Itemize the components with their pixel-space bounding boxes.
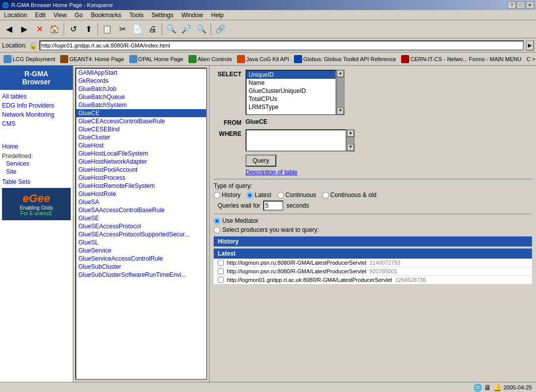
menu-settings[interactable]: Settings: [150, 11, 175, 20]
select-option[interactable]: LRMSType: [247, 103, 335, 111]
table-list-item[interactable]: GlueSEAccessProtocol: [76, 222, 206, 230]
table-list-item[interactable]: GlueCESEBind: [76, 125, 206, 133]
wait-input[interactable]: [263, 201, 283, 211]
zoom-out-button[interactable]: 🔎: [179, 22, 193, 36]
latest-item-checkbox[interactable]: [218, 268, 224, 274]
home-button[interactable]: 🏠: [47, 22, 62, 36]
mediator-radio-2[interactable]: Select producers you want to query:: [214, 226, 532, 233]
table-list-item[interactable]: GlueHostRemoteFileSystem: [76, 182, 206, 190]
radio-continuous-input[interactable]: [277, 192, 284, 199]
bookmark-java[interactable]: Java CoG Kit API: [235, 55, 290, 64]
select-option[interactable]: UniqueID: [247, 71, 335, 79]
table-list-item[interactable]: GlueHost: [76, 141, 206, 150]
radio-history-input[interactable]: [214, 192, 220, 199]
table-list-item[interactable]: GlueBatchJob: [76, 85, 206, 93]
stop-button[interactable]: ✕: [32, 22, 46, 36]
select-option[interactable]: GlueClusterUniqueID: [247, 87, 335, 95]
scroll-up-button[interactable]: ▲: [337, 70, 344, 77]
menu-edit[interactable]: Edit: [33, 11, 47, 20]
table-list-item[interactable]: GlueBatchQueue: [76, 93, 206, 101]
table-list-item[interactable]: GlueSubCluster: [76, 263, 206, 271]
where-input[interactable]: [246, 129, 347, 152]
sidebar-link-network[interactable]: Network Monitoring: [2, 110, 71, 119]
table-list-item[interactable]: GlueBatchSystem: [76, 101, 206, 109]
radio-continuous-old-input[interactable]: [322, 192, 329, 199]
sidebar-link-cms[interactable]: CMS: [2, 119, 71, 128]
table-list-item[interactable]: GkRecords: [76, 77, 206, 85]
bookmark-more[interactable]: C >: [525, 56, 536, 63]
table-list-item[interactable]: GlueSAAccessControlBaseRule: [76, 206, 206, 214]
menu-tools[interactable]: Tools: [127, 11, 145, 20]
mediator-radio-use-input[interactable]: [214, 218, 220, 224]
forward-button[interactable]: ▶: [17, 22, 31, 36]
table-list-item[interactable]: GlueSEAccessProtocolSupportedSecur...: [76, 230, 206, 238]
table-list-item[interactable]: GlueHostPoolAccount: [76, 166, 206, 174]
link-button[interactable]: 🔗: [213, 22, 227, 36]
menu-window[interactable]: Window: [179, 11, 205, 20]
scroll-down-button[interactable]: ▼: [337, 108, 344, 115]
select-option[interactable]: TotalCPUs: [247, 95, 335, 103]
select-option[interactable]: Name: [247, 79, 335, 87]
menu-location[interactable]: Location: [2, 11, 29, 20]
latest-item-checkbox[interactable]: [218, 277, 224, 283]
bookmark-lcg[interactable]: LCG Deployment: [2, 55, 57, 64]
location-input[interactable]: [39, 40, 524, 51]
sidebar-link-site[interactable]: Site: [2, 168, 71, 176]
zoom-in-button[interactable]: 🔍: [164, 22, 178, 36]
query-button[interactable]: Query: [246, 155, 276, 167]
up-button[interactable]: ⬆: [81, 22, 95, 36]
sidebar-link-services[interactable]: Services: [2, 160, 71, 168]
menu-view[interactable]: View: [52, 11, 69, 20]
radio-history[interactable]: History: [214, 191, 240, 199]
where-scroll-down[interactable]: ▼: [347, 144, 354, 151]
reload-button[interactable]: ↺: [66, 22, 80, 36]
menu-bookmarks[interactable]: Bookmarks: [89, 11, 123, 20]
table-list-item[interactable]: GlueService: [76, 247, 206, 255]
mediator-radio-1[interactable]: Use Mediator: [214, 217, 532, 224]
table-list-item[interactable]: GlueCE: [76, 109, 206, 117]
radio-continuous-old[interactable]: Continuous & old: [322, 191, 376, 199]
table-list-item[interactable]: GlueHostLocalFileSystem: [76, 150, 206, 158]
bookmark-opal[interactable]: OPAL Home Page: [128, 55, 185, 64]
bookmark-geant4[interactable]: GEANT4: Home Page: [59, 55, 125, 64]
table-list-item[interactable]: GlueSA: [76, 198, 206, 206]
sidebar-link-edg[interactable]: EDG Info Providers: [2, 101, 71, 110]
sidebar-link-all-tables[interactable]: All tables: [2, 92, 71, 101]
help-button[interactable]: ?: [508, 2, 516, 9]
bookmark-cern[interactable]: CERN-IT-CS - Netwo... Forms - MAIN MENU: [400, 55, 523, 64]
find-button[interactable]: 🔍: [194, 22, 209, 36]
table-list-item[interactable]: GlueHostNetworkAdapter: [76, 158, 206, 166]
table-list-item[interactable]: GlueSubClusterSoftwareRunTimeEnvi...: [76, 271, 206, 279]
bookmark-globus[interactable]: Globus: Globus Toolkit API Reference: [293, 55, 398, 64]
table-list-item[interactable]: GlueHostProcess: [76, 174, 206, 182]
back-button[interactable]: ◀: [2, 22, 16, 36]
latest-item-checkbox[interactable]: [218, 260, 224, 266]
cut-button[interactable]: ✂: [115, 22, 129, 36]
description-link[interactable]: Description of table: [246, 169, 298, 176]
table-list-item[interactable]: GlueCEAccessControlBaseRule: [76, 117, 206, 125]
select-listbox[interactable]: UniqueIDNameGlueClusterUniqueIDTotalCPUs…: [246, 70, 336, 115]
mediator-radio-select-input[interactable]: [214, 227, 220, 233]
table-list-item[interactable]: GlueSE: [76, 214, 206, 222]
radio-continuous[interactable]: Continuous: [277, 191, 316, 199]
sidebar-link-tablesets[interactable]: Table Sets: [2, 178, 71, 186]
radio-latest[interactable]: Latest: [247, 191, 271, 199]
where-scrollbar[interactable]: ▲ ▼: [347, 129, 355, 152]
table-list-item[interactable]: GlueServiceAccessControlRule: [76, 255, 206, 263]
bookmark-alien[interactable]: Alien Controls: [187, 55, 233, 64]
radio-latest-input[interactable]: [247, 192, 253, 199]
table-list-item[interactable]: GlueCluster: [76, 133, 206, 141]
location-go-button[interactable]: ▶: [526, 40, 534, 51]
select-scrollbar[interactable]: ▲ ▼: [336, 70, 345, 115]
where-scroll-up[interactable]: ▲: [347, 130, 354, 137]
copy-button[interactable]: 📋: [100, 22, 114, 36]
table-list-item[interactable]: GAMIAppStart: [76, 69, 206, 77]
restore-button[interactable]: □: [517, 2, 525, 9]
print-button[interactable]: 🖨: [145, 22, 160, 36]
menu-go[interactable]: Go: [73, 11, 85, 20]
table-list[interactable]: GAMIAppStartGkRecordsGlueBatchJobGlueBat…: [75, 68, 207, 380]
menu-help[interactable]: Help: [209, 11, 226, 20]
table-list-item[interactable]: GlueHostRole: [76, 190, 206, 198]
table-list-item[interactable]: GlueSL: [76, 238, 206, 247]
paste-button[interactable]: 📄: [130, 22, 144, 36]
